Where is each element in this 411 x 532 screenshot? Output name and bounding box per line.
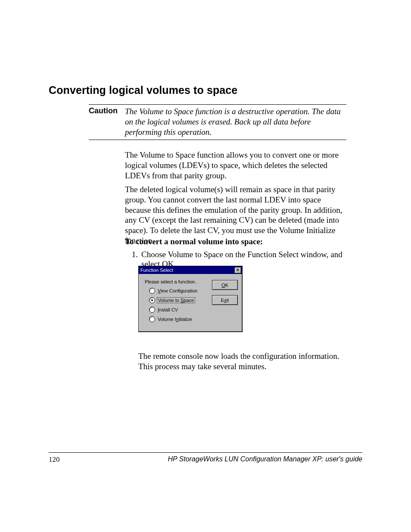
option-label: Install CV — [158, 307, 178, 312]
radio-group: View Configuration Volume to Space Insta… — [145, 288, 209, 322]
dialog-titlebar[interactable]: Function Select ✕ — [139, 266, 242, 274]
close-icon[interactable]: ✕ — [234, 267, 241, 274]
dialog-body: Please select a function. View Configura… — [139, 274, 242, 332]
guide-title: HP StorageWorks LUN Configuration Manage… — [168, 455, 362, 464]
divider — [89, 140, 346, 140]
radio-icon — [149, 307, 155, 313]
radio-icon — [149, 316, 155, 322]
radio-icon — [149, 288, 155, 294]
page-footer: 120 HP StorageWorks LUN Configuration Ma… — [49, 452, 362, 464]
page: Converting logical volumes to space Caut… — [0, 0, 411, 532]
page-number: 120 — [49, 455, 60, 464]
option-view-configuration[interactable]: View Configuration — [149, 288, 209, 294]
caution-block: Caution The Volume to Space function is … — [89, 104, 346, 140]
function-select-dialog: Function Select ✕ Please select a functi… — [138, 266, 243, 332]
paragraph: The Volume to Space function allows you … — [125, 150, 346, 180]
dialog-prompt: Please select a function. — [145, 279, 209, 284]
exit-button[interactable]: Exit — [212, 295, 238, 305]
section-heading: Converting logical volumes to space — [49, 84, 237, 96]
option-label: Volume to Space — [157, 297, 195, 303]
caution-label: Caution — [89, 106, 125, 115]
radio-icon — [149, 297, 155, 303]
option-volume-initialize[interactable]: Volume Initialize — [149, 316, 209, 322]
ok-button[interactable]: OK — [212, 280, 238, 290]
procedure-title: To convert a normal volume into space: — [125, 236, 346, 247]
option-label: Volume Initialize — [158, 317, 192, 322]
caution-text: The Volume to Space function is a destru… — [125, 106, 346, 137]
option-install-cv[interactable]: Install CV — [149, 307, 209, 313]
option-label: View Configuration — [158, 288, 197, 293]
option-volume-to-space[interactable]: Volume to Space — [149, 297, 209, 303]
paragraph: The remote console now loads the configu… — [138, 351, 354, 372]
dialog-title-text: Function Select — [140, 268, 173, 273]
